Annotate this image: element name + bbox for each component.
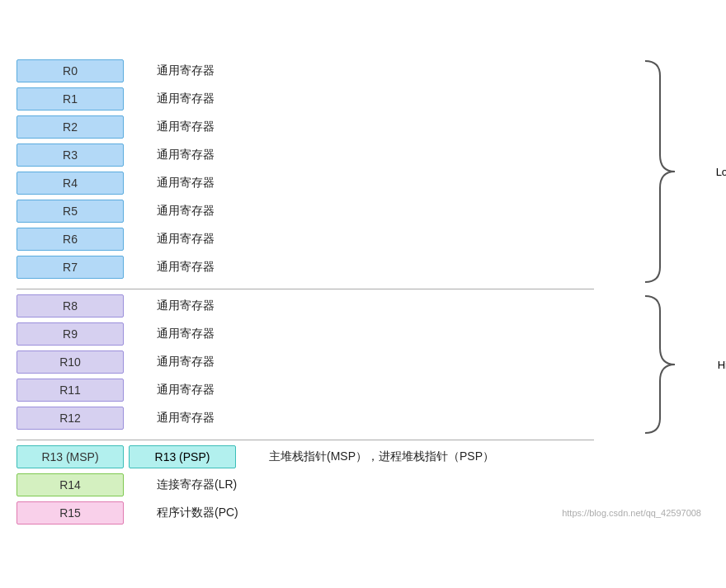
register-row-r10: R10 通用寄存器	[16, 350, 635, 374]
reg-desc-r5: 通用寄存器	[157, 204, 635, 219]
reg-box-r15: R15	[16, 501, 124, 524]
register-row-r7: R7 通用寄存器	[16, 256, 635, 279]
reg-desc-r3: 通用寄存器	[157, 148, 635, 162]
watermark: https://blog.csdn.net/qq_42597008	[562, 508, 701, 518]
reg-desc-r7: 通用寄存器	[157, 260, 635, 275]
section-divider	[16, 289, 594, 289]
register-row-r11: R11 通用寄存器	[16, 379, 635, 402]
reg-box-r13-msp: R13 (MSP)	[16, 445, 124, 468]
reg-box-r12: R12	[16, 407, 124, 430]
high-registers-label: High Registers	[718, 358, 726, 370]
reg-desc-r11: 通用寄存器	[157, 383, 635, 397]
register-row-r13: R13 (MSP) R13 (PSP) 主堆栈指针(MSP），进程堆栈指针（PS…	[16, 445, 710, 468]
reg-box-r6: R6	[16, 228, 124, 251]
reg-box-r13-psp: R13 (PSP)	[129, 445, 236, 468]
reg-desc-r12: 通用寄存器	[157, 411, 635, 426]
reg-box-r7: R7	[16, 256, 124, 279]
reg-box-r3: R3	[16, 143, 124, 167]
register-row-r12: R12 通用寄存器	[16, 407, 635, 430]
low-registers-label: Low Registers	[716, 165, 726, 177]
reg-desc-r6: 通用寄存器	[157, 232, 635, 247]
reg-box-r10: R10	[16, 350, 124, 374]
register-row-r2: R2 通用寄存器	[16, 115, 635, 139]
high-registers-brace	[644, 294, 676, 435]
register-row-r6: R6 通用寄存器	[16, 228, 635, 251]
reg-desc-r13: 主堆栈指针(MSP），进程堆栈指针（PSP）	[269, 449, 710, 464]
reg-desc-r2: 通用寄存器	[157, 120, 635, 134]
register-row-r4: R4 通用寄存器	[16, 172, 635, 195]
reg-desc-r4: 通用寄存器	[157, 176, 635, 191]
register-row-r8: R8 通用寄存器	[16, 294, 635, 318]
reg-box-r0: R0	[16, 59, 124, 82]
register-row-r0: R0 通用寄存器	[16, 59, 635, 82]
main-container: R0 通用寄存器 R1 通用寄存器 R2 通用寄存器 R3 通用寄存器	[8, 43, 718, 546]
reg-box-r14: R14	[16, 473, 124, 496]
reg-desc-r14: 连接寄存器(LR)	[157, 477, 710, 492]
reg-box-r11: R11	[16, 379, 124, 402]
reg-box-r8: R8	[16, 294, 124, 318]
register-row-r3: R3 通用寄存器	[16, 143, 635, 167]
low-registers-brace	[644, 59, 676, 284]
register-row-r5: R5 通用寄存器	[16, 200, 635, 223]
register-row-r14: R14 连接寄存器(LR)	[16, 473, 710, 496]
reg-desc-r10: 通用寄存器	[157, 355, 635, 369]
reg-box-r9: R9	[16, 322, 124, 346]
reg-desc-r9: 通用寄存器	[157, 327, 635, 341]
reg-box-r1: R1	[16, 87, 124, 111]
register-row-r9: R9 通用寄存器	[16, 322, 635, 346]
reg-box-r4: R4	[16, 172, 124, 195]
section-divider-2	[16, 440, 594, 440]
reg-box-r2: R2	[16, 115, 124, 139]
reg-desc-r8: 通用寄存器	[157, 299, 635, 313]
rows-wrapper: R0 通用寄存器 R1 通用寄存器 R2 通用寄存器 R3 通用寄存器	[16, 59, 710, 524]
reg-desc-r0: 通用寄存器	[157, 64, 635, 78]
reg-box-r5: R5	[16, 200, 124, 223]
reg-desc-r1: 通用寄存器	[157, 92, 635, 106]
register-row-r1: R1 通用寄存器	[16, 87, 635, 111]
